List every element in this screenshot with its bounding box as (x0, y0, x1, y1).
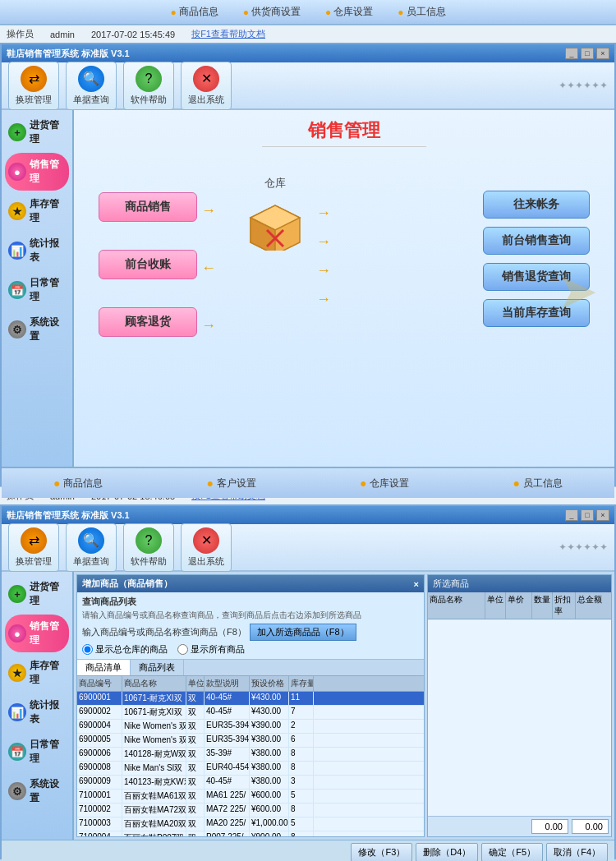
win2-minimize[interactable]: _ (565, 509, 578, 521)
table-cell: 双 (186, 817, 205, 831)
shift-mgmt-button[interactable]: ⇄ 换班管理 (8, 62, 59, 110)
table-cell: 5 (289, 790, 314, 803)
win2-toolbar: ⇄ 换班管理 🔍 单据查询 ? 软件帮助 ✕ 退出系统 ✦✦✦✦✦✦ (2, 524, 614, 572)
table-row[interactable]: 6900006140128-耐克W双双35-39#¥380.008 (77, 748, 424, 762)
box-customer-return[interactable]: 顾客退货 (99, 307, 197, 337)
table-cell: 8 (289, 831, 314, 836)
win2-sidebar-sales[interactable]: ● 销售管理 (5, 615, 69, 652)
bottom-nav-goods[interactable]: ● 商品信息 (53, 477, 103, 490)
order-query-button[interactable]: 🔍 单据查询 (66, 62, 117, 110)
bottom-nav-warehouse[interactable]: ● 仓库设置 (360, 477, 409, 490)
win2-sidebar-daily[interactable]: 📅 日常管理 (5, 733, 69, 771)
top-nav-warehouse[interactable]: ● 仓库设置 (325, 5, 373, 19)
add-selected-button[interactable]: 加入所选商品品（F8） (250, 624, 356, 641)
help-button[interactable]: ? 软件帮助 (123, 62, 174, 110)
sidebar-item-reports[interactable]: 📊 统计报表 (5, 232, 69, 269)
win2-stars: ✦✦✦✦✦✦ (559, 541, 608, 553)
win2-shift-btn[interactable]: ⇄ 换班管理 (8, 523, 59, 572)
win2-sidebar-purchase[interactable]: + 进货管理 (5, 575, 69, 613)
right-header-unit: 单位 (485, 592, 506, 619)
table-cell: ¥380.00 (250, 776, 289, 789)
top-nav-supplier[interactable]: ● 供货商设置 (243, 5, 301, 19)
dialog-area: 增加商品（商品销售） × 查询商品列表 请输入商品编号或商品名称查询商品，查询到… (74, 572, 614, 840)
win2-close[interactable]: × (596, 509, 609, 521)
search-section: 查询商品列表 请输入商品编号或商品名称查询商品，查询到商品后点击右边添加到所选商… (77, 592, 424, 660)
tab-product-catalog[interactable]: 商品列表 (131, 660, 184, 675)
radio-warehouse[interactable]: 显示总仓库的商品 (82, 643, 168, 656)
table-cell: 7100003 (77, 817, 122, 831)
win2-query-icon: 🔍 (78, 527, 104, 554)
table-row[interactable]: 7100002百丽女鞋MA72双双MA72 225/¥600.008 (77, 803, 424, 817)
box-product-sales[interactable]: 商品销售 (99, 192, 197, 222)
sidebar-item-settings[interactable]: ⚙ 系统设置 (5, 311, 69, 348)
exit-label: 退出系统 (188, 94, 224, 106)
help-1[interactable]: 按F1查看帮助文档 (191, 28, 265, 40)
bottom-nav-customer[interactable]: ● 客户设置 (207, 477, 256, 490)
win2-titlebar: 鞋店销售管理系统 标准版 V3.1 _ □ × (2, 506, 614, 524)
toolbar-stars: ✦✦✦✦✦✦ (559, 80, 608, 91)
table-cell: 3 (289, 776, 314, 789)
table-cell: 6900009 (77, 776, 122, 789)
exit-button[interactable]: ✕ 退出系统 (181, 62, 232, 110)
cancel-button[interactable]: 取消（F4） (546, 843, 608, 861)
circle-icon: ● (8, 163, 26, 181)
search-title: 查询商品列表 (82, 596, 419, 608)
delete-button[interactable]: 删除（D4） (416, 843, 478, 861)
table-row[interactable]: 7100001百丽女鞋MA61双双MA61 225/¥600.005 (77, 790, 424, 803)
right-header-qty: 数量 (532, 592, 553, 619)
table-row[interactable]: 6900009140123-耐克KW双双40-45#¥380.003 (77, 776, 424, 790)
table-cell: 双 (186, 692, 205, 705)
window-sales-management: 鞋店销售管理系统 标准版 V3.1 _ □ × ⇄ 换班管理 🔍 单据查询 ? … (0, 43, 616, 486)
win2-sidebar-reports[interactable]: 📊 统计报表 (5, 693, 69, 731)
table-cell: Nike Man's SI双 (122, 762, 186, 775)
table-row[interactable]: 6900005Nike Women's 双双EUR35-394¥380.006 (77, 734, 424, 748)
table-row[interactable]: 7100004百丽女鞋P007双双P007 225/¥900.008 (77, 831, 424, 836)
sidebar-item-purchase[interactable]: + 进货管理 (5, 113, 69, 151)
table-row[interactable]: 690000110671-耐克XI双双40-45#¥430.0011 (77, 692, 424, 706)
box-ledger[interactable]: 往来帐务 (483, 191, 590, 219)
table-cell: 百丽女鞋MA72双 (122, 803, 186, 817)
top-nav-employee[interactable]: ● 员工信息 (398, 5, 445, 19)
win2-exit-btn[interactable]: ✕ 退出系统 (181, 523, 232, 572)
table-row[interactable]: 6900008Nike Man's SI双双EUR40-454¥380.008 (77, 762, 424, 776)
box-front-query[interactable]: 前台销售查询 (483, 227, 590, 255)
sidebar-item-inventory[interactable]: ★ 库存管理 (5, 192, 69, 230)
top-nav-goods[interactable]: ● 商品信息 (171, 5, 218, 19)
win2-restore[interactable]: □ (581, 509, 594, 521)
radio-all[interactable]: 显示所有商品 (177, 643, 245, 656)
bottom-nav-employee[interactable]: ● 员工信息 (513, 477, 563, 490)
win1-minimize[interactable]: _ (565, 48, 578, 59)
arrow-4: → (316, 205, 331, 222)
win2-sidebar-inventory[interactable]: ★ 库存管理 (5, 654, 69, 692)
radio-warehouse-input[interactable] (82, 644, 93, 655)
table-cell: 双 (186, 762, 205, 775)
win2-help-btn[interactable]: ? 软件帮助 (123, 523, 174, 572)
tab-product-list[interactable]: 商品清单 (77, 660, 131, 675)
sidebar-item-sales[interactable]: ● 销售管理 (5, 153, 69, 191)
win1-titlebar: 鞋店销售管理系统 标准版 V3.1 _ □ × (2, 44, 614, 62)
top-nav-warehouse-bullet: ● (325, 7, 331, 18)
gear-icon: ⚙ (8, 320, 26, 338)
modify-button[interactable]: 修改（F3） (351, 843, 412, 861)
radio-all-input[interactable] (177, 644, 188, 655)
win1-restore[interactable]: □ (581, 48, 594, 59)
table-row[interactable]: 7100003百丽女鞋MA20双双MA20 225/¥1,000.005 (77, 817, 424, 831)
table-row[interactable]: 690000210671-耐克XI双双40-45#¥430.007 (77, 706, 424, 720)
table-cell: 11 (289, 692, 314, 705)
table-cell: P007 225/ (205, 831, 250, 836)
dialog-close-btn[interactable]: × (414, 579, 419, 589)
win2-sidebar-settings[interactable]: ⚙ 系统设置 (5, 772, 69, 810)
table-row[interactable]: 6900004Nike Women's 双双EUR35-394¥390.002 (77, 720, 424, 734)
confirm-button[interactable]: 确定（F5） (481, 843, 543, 861)
table-cell: 双 (186, 790, 205, 803)
operator-value-1: admin (50, 30, 75, 39)
sidebar-item-daily[interactable]: 📅 日常管理 (5, 271, 69, 309)
win1-main: + 进货管理 ● 销售管理 ★ 库存管理 📊 统计报表 📅 日常管理 ⚙ 系统设 (2, 110, 614, 467)
win2-help-icon: ? (136, 527, 162, 554)
arrow-1: → (201, 202, 216, 219)
box-front-desk[interactable]: 前台收账 (99, 250, 197, 279)
warehouse-svg (242, 193, 308, 251)
win1-close[interactable]: × (596, 48, 609, 59)
win2-query-btn[interactable]: 🔍 单据查询 (66, 523, 117, 572)
win1-controls: _ □ × (565, 48, 609, 59)
